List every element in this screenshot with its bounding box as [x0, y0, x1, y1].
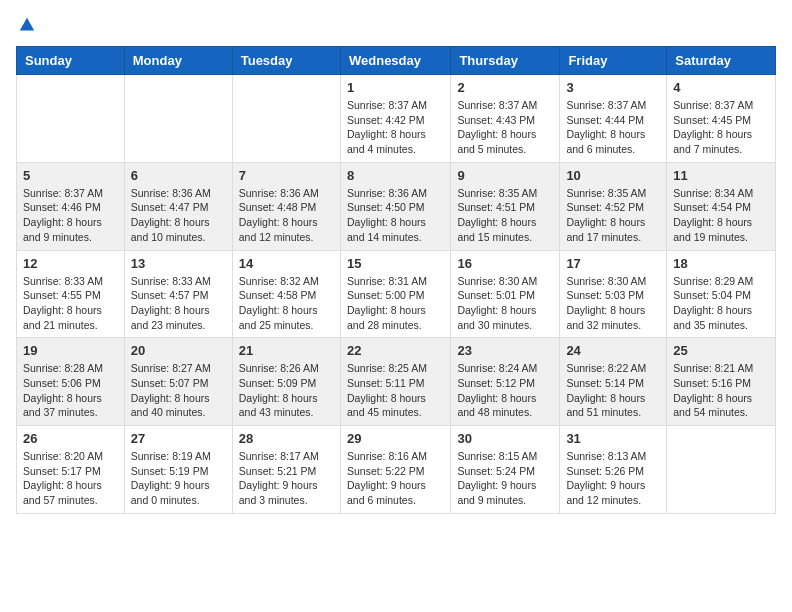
day-info: Sunrise: 8:35 AM Sunset: 4:52 PM Dayligh…: [566, 186, 660, 245]
day-number: 17: [566, 256, 660, 271]
calendar-cell: [17, 75, 125, 163]
day-info: Sunrise: 8:24 AM Sunset: 5:12 PM Dayligh…: [457, 361, 553, 420]
calendar-cell: 18Sunrise: 8:29 AM Sunset: 5:04 PM Dayli…: [667, 250, 776, 338]
calendar-cell: 11Sunrise: 8:34 AM Sunset: 4:54 PM Dayli…: [667, 162, 776, 250]
calendar-cell: 8Sunrise: 8:36 AM Sunset: 4:50 PM Daylig…: [340, 162, 450, 250]
calendar-cell: 1Sunrise: 8:37 AM Sunset: 4:42 PM Daylig…: [340, 75, 450, 163]
day-number: 2: [457, 80, 553, 95]
calendar-week-1: 1Sunrise: 8:37 AM Sunset: 4:42 PM Daylig…: [17, 75, 776, 163]
day-info: Sunrise: 8:33 AM Sunset: 4:57 PM Dayligh…: [131, 274, 226, 333]
calendar-cell: 15Sunrise: 8:31 AM Sunset: 5:00 PM Dayli…: [340, 250, 450, 338]
day-info: Sunrise: 8:16 AM Sunset: 5:22 PM Dayligh…: [347, 449, 444, 508]
day-number: 5: [23, 168, 118, 183]
day-number: 26: [23, 431, 118, 446]
day-number: 16: [457, 256, 553, 271]
page-header: [16, 16, 776, 34]
day-number: 22: [347, 343, 444, 358]
calendar-cell: 31Sunrise: 8:13 AM Sunset: 5:26 PM Dayli…: [560, 426, 667, 514]
day-number: 27: [131, 431, 226, 446]
day-number: 12: [23, 256, 118, 271]
day-number: 13: [131, 256, 226, 271]
calendar-cell: 26Sunrise: 8:20 AM Sunset: 5:17 PM Dayli…: [17, 426, 125, 514]
day-info: Sunrise: 8:19 AM Sunset: 5:19 PM Dayligh…: [131, 449, 226, 508]
day-info: Sunrise: 8:36 AM Sunset: 4:47 PM Dayligh…: [131, 186, 226, 245]
calendar-cell: 4Sunrise: 8:37 AM Sunset: 4:45 PM Daylig…: [667, 75, 776, 163]
calendar-header-tuesday: Tuesday: [232, 47, 340, 75]
day-number: 15: [347, 256, 444, 271]
day-number: 25: [673, 343, 769, 358]
day-info: Sunrise: 8:37 AM Sunset: 4:45 PM Dayligh…: [673, 98, 769, 157]
day-number: 8: [347, 168, 444, 183]
calendar-cell: 10Sunrise: 8:35 AM Sunset: 4:52 PM Dayli…: [560, 162, 667, 250]
logo-icon: [18, 16, 36, 34]
day-number: 28: [239, 431, 334, 446]
calendar-cell: 14Sunrise: 8:32 AM Sunset: 4:58 PM Dayli…: [232, 250, 340, 338]
calendar-cell: 24Sunrise: 8:22 AM Sunset: 5:14 PM Dayli…: [560, 338, 667, 426]
calendar-cell: 28Sunrise: 8:17 AM Sunset: 5:21 PM Dayli…: [232, 426, 340, 514]
calendar-week-5: 26Sunrise: 8:20 AM Sunset: 5:17 PM Dayli…: [17, 426, 776, 514]
calendar-cell: [232, 75, 340, 163]
calendar-cell: 21Sunrise: 8:26 AM Sunset: 5:09 PM Dayli…: [232, 338, 340, 426]
calendar-cell: 23Sunrise: 8:24 AM Sunset: 5:12 PM Dayli…: [451, 338, 560, 426]
day-number: 1: [347, 80, 444, 95]
calendar-cell: 6Sunrise: 8:36 AM Sunset: 4:47 PM Daylig…: [124, 162, 232, 250]
day-info: Sunrise: 8:34 AM Sunset: 4:54 PM Dayligh…: [673, 186, 769, 245]
calendar-header-saturday: Saturday: [667, 47, 776, 75]
day-info: Sunrise: 8:37 AM Sunset: 4:42 PM Dayligh…: [347, 98, 444, 157]
day-number: 3: [566, 80, 660, 95]
day-number: 31: [566, 431, 660, 446]
calendar-cell: 19Sunrise: 8:28 AM Sunset: 5:06 PM Dayli…: [17, 338, 125, 426]
day-info: Sunrise: 8:20 AM Sunset: 5:17 PM Dayligh…: [23, 449, 118, 508]
day-number: 29: [347, 431, 444, 446]
day-number: 6: [131, 168, 226, 183]
calendar-cell: 16Sunrise: 8:30 AM Sunset: 5:01 PM Dayli…: [451, 250, 560, 338]
calendar-cell: 12Sunrise: 8:33 AM Sunset: 4:55 PM Dayli…: [17, 250, 125, 338]
calendar-header-monday: Monday: [124, 47, 232, 75]
day-info: Sunrise: 8:31 AM Sunset: 5:00 PM Dayligh…: [347, 274, 444, 333]
calendar-cell: [124, 75, 232, 163]
calendar-cell: 22Sunrise: 8:25 AM Sunset: 5:11 PM Dayli…: [340, 338, 450, 426]
day-info: Sunrise: 8:17 AM Sunset: 5:21 PM Dayligh…: [239, 449, 334, 508]
day-number: 7: [239, 168, 334, 183]
day-number: 30: [457, 431, 553, 446]
day-info: Sunrise: 8:13 AM Sunset: 5:26 PM Dayligh…: [566, 449, 660, 508]
day-number: 18: [673, 256, 769, 271]
calendar-cell: 17Sunrise: 8:30 AM Sunset: 5:03 PM Dayli…: [560, 250, 667, 338]
calendar-cell: 7Sunrise: 8:36 AM Sunset: 4:48 PM Daylig…: [232, 162, 340, 250]
day-info: Sunrise: 8:32 AM Sunset: 4:58 PM Dayligh…: [239, 274, 334, 333]
day-info: Sunrise: 8:21 AM Sunset: 5:16 PM Dayligh…: [673, 361, 769, 420]
day-number: 21: [239, 343, 334, 358]
calendar-cell: 5Sunrise: 8:37 AM Sunset: 4:46 PM Daylig…: [17, 162, 125, 250]
logo: [16, 16, 36, 34]
calendar-week-2: 5Sunrise: 8:37 AM Sunset: 4:46 PM Daylig…: [17, 162, 776, 250]
calendar-cell: 27Sunrise: 8:19 AM Sunset: 5:19 PM Dayli…: [124, 426, 232, 514]
day-info: Sunrise: 8:22 AM Sunset: 5:14 PM Dayligh…: [566, 361, 660, 420]
calendar-cell: 30Sunrise: 8:15 AM Sunset: 5:24 PM Dayli…: [451, 426, 560, 514]
calendar-header-friday: Friday: [560, 47, 667, 75]
calendar-cell: 13Sunrise: 8:33 AM Sunset: 4:57 PM Dayli…: [124, 250, 232, 338]
day-info: Sunrise: 8:36 AM Sunset: 4:48 PM Dayligh…: [239, 186, 334, 245]
day-number: 9: [457, 168, 553, 183]
day-info: Sunrise: 8:37 AM Sunset: 4:46 PM Dayligh…: [23, 186, 118, 245]
calendar-cell: 29Sunrise: 8:16 AM Sunset: 5:22 PM Dayli…: [340, 426, 450, 514]
day-info: Sunrise: 8:33 AM Sunset: 4:55 PM Dayligh…: [23, 274, 118, 333]
day-info: Sunrise: 8:30 AM Sunset: 5:01 PM Dayligh…: [457, 274, 553, 333]
calendar-week-3: 12Sunrise: 8:33 AM Sunset: 4:55 PM Dayli…: [17, 250, 776, 338]
day-number: 11: [673, 168, 769, 183]
calendar-cell: 20Sunrise: 8:27 AM Sunset: 5:07 PM Dayli…: [124, 338, 232, 426]
day-info: Sunrise: 8:26 AM Sunset: 5:09 PM Dayligh…: [239, 361, 334, 420]
calendar-header-thursday: Thursday: [451, 47, 560, 75]
calendar-cell: 9Sunrise: 8:35 AM Sunset: 4:51 PM Daylig…: [451, 162, 560, 250]
day-info: Sunrise: 8:15 AM Sunset: 5:24 PM Dayligh…: [457, 449, 553, 508]
calendar-header-wednesday: Wednesday: [340, 47, 450, 75]
calendar-header-row: SundayMondayTuesdayWednesdayThursdayFrid…: [17, 47, 776, 75]
calendar-week-4: 19Sunrise: 8:28 AM Sunset: 5:06 PM Dayli…: [17, 338, 776, 426]
day-number: 23: [457, 343, 553, 358]
day-number: 10: [566, 168, 660, 183]
day-info: Sunrise: 8:36 AM Sunset: 4:50 PM Dayligh…: [347, 186, 444, 245]
day-number: 20: [131, 343, 226, 358]
calendar-cell: 25Sunrise: 8:21 AM Sunset: 5:16 PM Dayli…: [667, 338, 776, 426]
calendar-cell: 2Sunrise: 8:37 AM Sunset: 4:43 PM Daylig…: [451, 75, 560, 163]
day-info: Sunrise: 8:27 AM Sunset: 5:07 PM Dayligh…: [131, 361, 226, 420]
day-number: 4: [673, 80, 769, 95]
